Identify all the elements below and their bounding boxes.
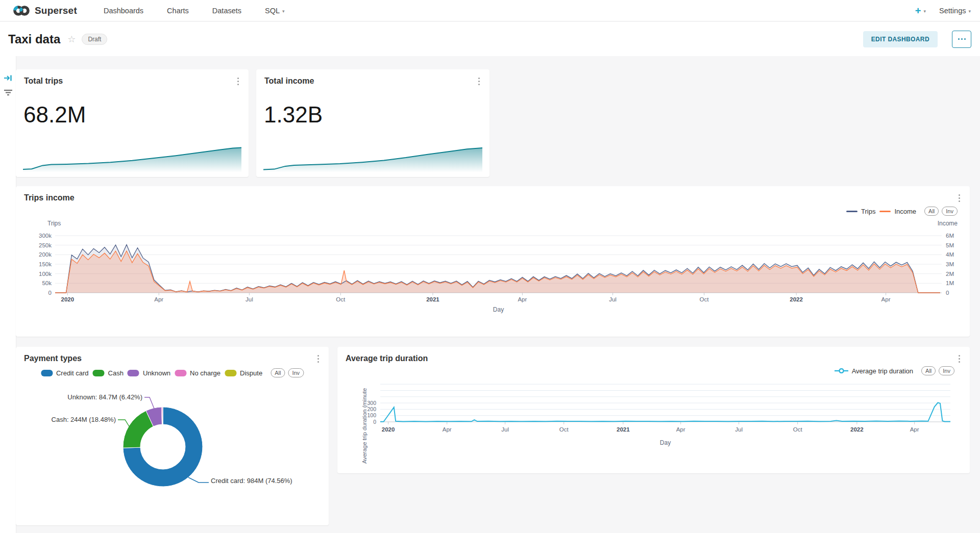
chevron-down-icon: ▾ bbox=[968, 9, 971, 14]
payment-types-legend: Credit cardCashUnknownNo chargeDisputeAl… bbox=[41, 368, 304, 377]
brand-name: Superset bbox=[35, 5, 77, 16]
filter-icon[interactable] bbox=[4, 89, 13, 98]
superset-logo[interactable]: Superset bbox=[13, 5, 77, 16]
chart-title: Total income bbox=[264, 77, 314, 86]
filter-bar-collapsed bbox=[0, 56, 16, 533]
svg-text:2021: 2021 bbox=[617, 426, 630, 433]
svg-text:Day: Day bbox=[660, 439, 671, 446]
svg-text:2022: 2022 bbox=[850, 426, 864, 433]
line-marker-icon bbox=[835, 368, 848, 373]
svg-text:Credit card: 984M (74.56%): Credit card: 984M (74.56%) bbox=[211, 477, 292, 485]
svg-text:2M: 2M bbox=[946, 271, 954, 277]
svg-text:Jul: Jul bbox=[735, 426, 743, 433]
svg-text:250k: 250k bbox=[39, 242, 52, 248]
svg-text:Jul: Jul bbox=[501, 426, 509, 433]
expand-filter-bar-icon[interactable] bbox=[4, 74, 13, 84]
legend-item-cash[interactable]: Cash bbox=[93, 369, 124, 377]
chart-title: Trips income bbox=[24, 193, 75, 202]
svg-text:Apr: Apr bbox=[154, 296, 163, 302]
legend-item-income[interactable]: Income bbox=[879, 208, 916, 215]
nav-menu: Dashboards Charts Datasets SQL▾ bbox=[104, 7, 285, 15]
settings-menu[interactable]: Settings▾ bbox=[939, 7, 971, 15]
svg-text:Jul: Jul bbox=[609, 296, 617, 302]
legend-item-unknown[interactable]: Unknown bbox=[128, 369, 170, 377]
svg-text:0: 0 bbox=[373, 419, 376, 425]
favorite-star-icon[interactable]: ☆ bbox=[67, 35, 76, 44]
chart-title: Payment types bbox=[24, 354, 82, 363]
svg-text:Apr: Apr bbox=[443, 426, 452, 433]
svg-text:2020: 2020 bbox=[382, 426, 395, 433]
chevron-down-icon: ▾ bbox=[924, 9, 926, 14]
status-badge: Draft bbox=[82, 34, 107, 45]
legend-all-button[interactable]: All bbox=[271, 368, 285, 377]
svg-text:0: 0 bbox=[946, 290, 949, 296]
chart-options-menu[interactable] bbox=[954, 353, 964, 364]
chart-options-menu[interactable] bbox=[474, 75, 483, 87]
edit-dashboard-button[interactable]: EDIT DASHBOARD bbox=[863, 31, 938, 47]
left-axis-title: Trips bbox=[47, 220, 61, 227]
svg-text:100k: 100k bbox=[39, 271, 52, 277]
svg-text:3M: 3M bbox=[946, 261, 954, 267]
chart-options-menu[interactable] bbox=[233, 75, 242, 87]
top-nav: Superset Dashboards Charts Datasets SQL▾… bbox=[0, 0, 980, 21]
svg-text:2020: 2020 bbox=[61, 296, 75, 302]
trips-line-swatch bbox=[846, 211, 857, 212]
svg-text:2022: 2022 bbox=[790, 296, 803, 302]
big-number-value: 1.32B bbox=[264, 102, 323, 128]
legend-item-avg-duration[interactable]: Average trip duration bbox=[835, 367, 913, 375]
nav-item-sql[interactable]: SQL▾ bbox=[265, 7, 285, 15]
superset-dashboard: Superset Dashboards Charts Datasets SQL▾… bbox=[0, 0, 980, 533]
new-item-button[interactable]: +▾ bbox=[915, 6, 926, 16]
svg-text:300: 300 bbox=[367, 400, 376, 406]
legend-item-trips[interactable]: Trips bbox=[846, 208, 875, 215]
chart-options-menu[interactable] bbox=[954, 192, 964, 204]
legend-inv-button[interactable]: Inv bbox=[939, 366, 954, 375]
trips-income-legend: Trips Income All Inv bbox=[846, 207, 958, 216]
nav-item-charts[interactable]: Charts bbox=[167, 7, 189, 15]
chart-title: Total trips bbox=[24, 77, 63, 86]
svg-text:2021: 2021 bbox=[426, 296, 439, 302]
legend-all-button[interactable]: All bbox=[921, 366, 936, 375]
infinity-logo-icon bbox=[13, 5, 30, 16]
svg-text:1M: 1M bbox=[946, 280, 954, 286]
card-total-trips: Total trips 68.2M bbox=[16, 69, 249, 177]
legend-inv-button[interactable]: Inv bbox=[288, 368, 304, 377]
svg-text:Jul: Jul bbox=[246, 296, 253, 302]
pie-swatch bbox=[93, 370, 105, 376]
card-payment-types: Payment types Credit cardCashUnknownNo c… bbox=[16, 347, 329, 525]
chart-options-menu[interactable] bbox=[313, 353, 323, 364]
trips-income-chart: 300k6M250k5M200k4M150k3M100k2M50k1M00202… bbox=[16, 186, 970, 337]
nav-right: +▾ Settings▾ bbox=[915, 6, 980, 16]
svg-text:Cash: 244M (18.48%): Cash: 244M (18.48%) bbox=[52, 416, 116, 423]
svg-text:0: 0 bbox=[48, 290, 52, 296]
svg-text:Day: Day bbox=[493, 306, 504, 313]
pie-swatch bbox=[128, 370, 139, 376]
svg-text:150k: 150k bbox=[39, 261, 52, 267]
svg-text:4M: 4M bbox=[946, 251, 954, 258]
card-avg-trip-duration: Average trip duration Average trip durat… bbox=[337, 347, 970, 473]
card-trips-income: Trips income Trips Income All Inv Trips … bbox=[16, 186, 970, 337]
svg-text:50k: 50k bbox=[42, 280, 52, 286]
dashboard-header: Taxi data ☆ Draft EDIT DASHBOARD bbox=[0, 22, 980, 56]
big-number-value: 68.2M bbox=[23, 102, 86, 128]
income-line-swatch bbox=[879, 211, 891, 212]
card-total-income: Total income 1.32B bbox=[256, 69, 489, 177]
nav-item-datasets[interactable]: Datasets bbox=[212, 7, 241, 15]
svg-text:Apr: Apr bbox=[676, 426, 685, 433]
legend-item-no-charge[interactable]: No charge bbox=[175, 369, 220, 377]
legend-all-button[interactable]: All bbox=[924, 207, 939, 216]
svg-text:Apr: Apr bbox=[881, 296, 891, 302]
svg-text:Oct: Oct bbox=[700, 296, 709, 302]
pie-swatch bbox=[175, 370, 186, 376]
header-actions: EDIT DASHBOARD bbox=[863, 22, 971, 56]
nav-item-dashboards[interactable]: Dashboards bbox=[104, 7, 143, 15]
svg-text:100: 100 bbox=[367, 412, 376, 418]
page-title: Taxi data bbox=[8, 32, 60, 46]
svg-text:Oct: Oct bbox=[559, 426, 569, 433]
svg-text:Apr: Apr bbox=[518, 296, 527, 302]
legend-item-credit-card[interactable]: Credit card bbox=[41, 369, 89, 377]
chart-title: Average trip duration bbox=[346, 354, 428, 363]
dashboard-more-button[interactable] bbox=[952, 31, 971, 48]
legend-item-dispute[interactable]: Dispute bbox=[225, 369, 262, 377]
legend-inv-button[interactable]: Inv bbox=[942, 207, 958, 216]
